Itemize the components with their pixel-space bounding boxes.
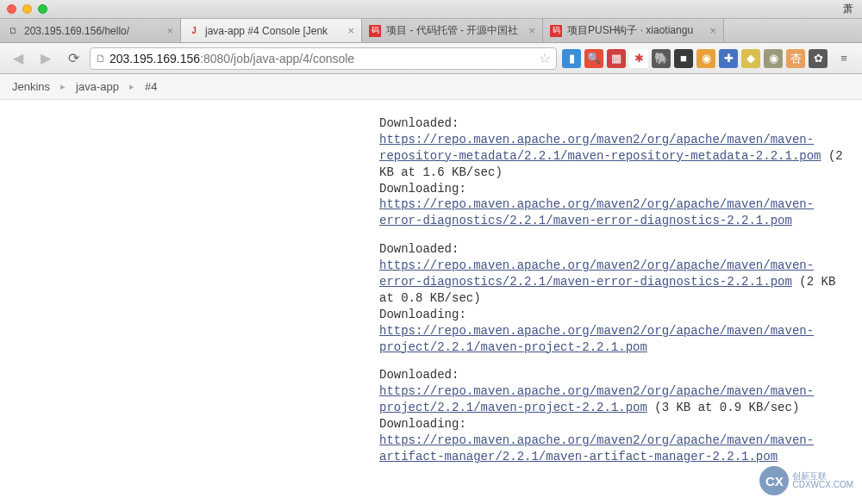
tab-label: 203.195.169.156/hello/ [24,25,161,37]
jenkins-icon: J [188,25,200,37]
breadcrumb-item[interactable]: java-app [76,80,119,93]
tab-2[interactable]: 码项目 - 代码托管 - 开源中国社× [362,19,543,42]
breadcrumb-sep: ▸ [60,81,66,92]
breadcrumb: Jenkins▸java-app▸#4 [0,74,862,100]
download-link[interactable]: https://repo.maven.apache.org/maven2/org… [379,384,814,414]
back-button[interactable]: ◀ [7,48,29,69]
maximize-icon[interactable] [38,4,47,14]
breadcrumb-item[interactable]: Jenkins [12,80,50,93]
close-tab-icon[interactable]: × [528,24,535,37]
close-tab-icon[interactable]: × [347,24,354,37]
download-link[interactable]: https://repo.maven.apache.org/maven2/org… [379,324,814,354]
extension-icon-10[interactable]: 杏 [786,49,805,68]
page-icon: 🗋 [7,25,19,37]
menu-button[interactable]: ≡ [833,48,855,69]
reload-button[interactable]: ⟳ [62,48,84,69]
breadcrumb-item[interactable]: #4 [145,80,157,93]
watermark: CX 创新互联 CDXWCX.COM [759,466,853,495]
download-link[interactable]: https://repo.maven.apache.org/maven2/org… [379,433,814,464]
extension-icon-9[interactable]: ◉ [764,49,783,68]
download-link[interactable]: https://repo.maven.apache.org/maven2/org… [379,133,821,163]
close-icon[interactable] [7,4,16,14]
download-link[interactable]: https://repo.maven.apache.org/maven2/org… [379,197,814,227]
forward-button[interactable]: ▶ [34,48,57,69]
extension-icon-0[interactable]: ▮ [562,49,581,68]
extension-icon-3[interactable]: ✱ [629,49,648,68]
address-bar[interactable]: 🗋 203.195.169.156:8080/job/java-app/4/co… [90,47,557,70]
breadcrumb-sep: ▸ [129,81,134,92]
traffic-lights [7,4,47,14]
extension-icon-6[interactable]: ◉ [696,49,715,68]
bookmark-star-icon[interactable]: ☆ [539,50,551,66]
console-output: Downloaded: https://repo.maven.apache.or… [0,100,862,495]
minimize-icon[interactable] [22,4,32,14]
address-text: 203.195.169.156:8080/job/java-app/4/cons… [109,52,535,65]
extension-icon-2[interactable]: ▦ [607,49,626,68]
extension-icons: ▮🔍▦✱🐘■◉✚◆◉杏✿ [562,49,828,68]
extension-icon-5[interactable]: ■ [674,49,693,68]
browser-toolbar: ◀ ▶ ⟳ 🗋 203.195.169.156:8080/job/java-ap… [0,43,862,74]
window-titlebar: 萧 [0,0,862,19]
site-icon: 码 [550,25,562,37]
extension-icon-8[interactable]: ◆ [741,49,760,68]
watermark-badge: CX [759,466,789,495]
tab-strip: 🗋203.195.169.156/hello/×Jjava-app #4 Con… [0,19,862,43]
page-icon: 🗋 [96,53,106,65]
tab-3[interactable]: 码项目PUSH钩子 · xiaotiangu× [543,19,724,42]
site-icon: 码 [369,25,381,37]
window-user: 萧 [843,2,853,16]
extension-icon-11[interactable]: ✿ [809,49,828,68]
close-tab-icon[interactable]: × [166,24,173,37]
tab-1[interactable]: Jjava-app #4 Console [Jenk× [181,19,362,42]
download-link[interactable]: https://repo.maven.apache.org/maven2/org… [379,258,814,289]
tab-0[interactable]: 🗋203.195.169.156/hello/× [0,19,181,42]
close-tab-icon[interactable]: × [709,24,716,37]
extension-icon-7[interactable]: ✚ [719,49,738,68]
tab-label: 项目PUSH钩子 · xiaotiangu [567,23,704,38]
extension-icon-4[interactable]: 🐘 [652,49,671,68]
tab-label: 项目 - 代码托管 - 开源中国社 [386,23,523,38]
tab-label: java-app #4 Console [Jenk [205,25,342,37]
extension-icon-1[interactable]: 🔍 [584,49,603,68]
